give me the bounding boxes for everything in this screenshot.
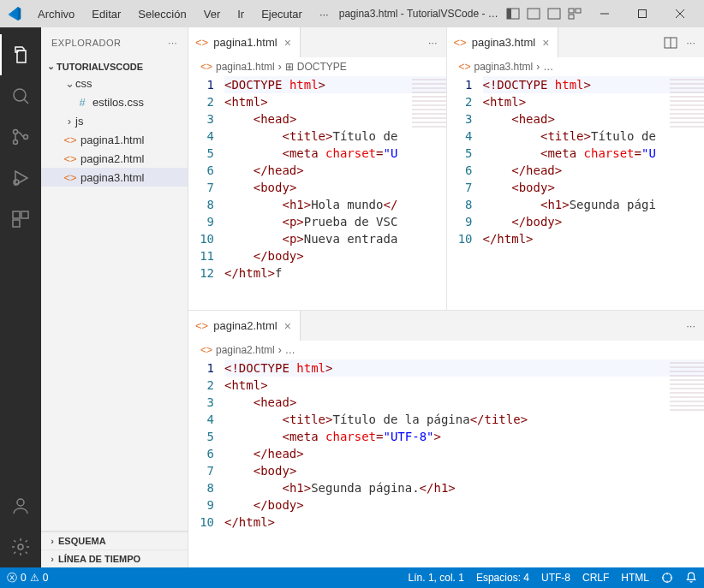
svg-point-17 (24, 135, 28, 140)
status-errors[interactable]: ⓧ0 ⚠0 (7, 571, 48, 585)
sidebar-explorer: EXPLORADOR ··· ⌄ TUTORIALVSCODE ⌄ css # … (41, 27, 188, 567)
svg-point-23 (17, 499, 24, 506)
status-bar: ⓧ0 ⚠0 Lín. 1, col. 1 Espacios: 4 UTF-8 C… (0, 567, 704, 588)
account-icon[interactable] (0, 485, 41, 526)
project-root[interactable]: ⌄ TUTORIALVSCODE (41, 59, 188, 74)
menu-archivo[interactable]: Archivo (31, 4, 81, 24)
editor-group-3: <> pagina2.html × ··· <> pagina2.html › … (188, 311, 704, 567)
chevron-right-icon: › (63, 115, 75, 128)
tab-pagina2[interactable]: <> pagina2.html × (188, 311, 301, 341)
svg-marker-18 (15, 171, 27, 185)
svg-rect-10 (639, 10, 647, 18)
code-editor-3[interactable]: 12345678910 <!DOCTYPE html><html> <head>… (188, 359, 704, 567)
html-file-icon: <> (195, 319, 208, 332)
more-actions-icon[interactable]: ··· (427, 34, 439, 50)
code-editor-2[interactable]: 12345678910 <!DOCTYPE html><html> <head>… (447, 76, 705, 310)
minimap[interactable] (670, 359, 704, 411)
layout-bottom-icon[interactable] (524, 4, 543, 23)
svg-line-14 (24, 99, 28, 104)
html-file-icon: <> (200, 344, 212, 356)
html-file-icon: <> (195, 36, 208, 49)
more-actions-icon[interactable]: ··· (684, 318, 697, 334)
chevron-right-icon: › (46, 536, 58, 546)
layout-right-icon[interactable] (545, 4, 564, 23)
run-debug-icon[interactable] (0, 157, 41, 199)
maximize-button[interactable] (625, 0, 659, 27)
folder-js[interactable]: › js (41, 111, 188, 130)
close-tab-icon[interactable]: × (283, 36, 293, 50)
svg-rect-8 (569, 15, 574, 19)
breadcrumb[interactable]: <> pagina1.html › ⊞ DOCTYPE (188, 57, 446, 76)
explorer-icon[interactable] (0, 34, 41, 75)
html-file-icon: <> (459, 61, 471, 73)
tab-pagina3[interactable]: <> pagina3.html × (447, 27, 559, 57)
svg-point-24 (18, 544, 23, 549)
menu-seleccion[interactable]: Selección (131, 4, 193, 24)
sidebar-more-icon[interactable]: ··· (168, 38, 177, 48)
minimize-button[interactable] (588, 0, 622, 27)
svg-point-16 (14, 140, 18, 145)
html-file-icon: <> (63, 134, 77, 146)
minimap[interactable] (670, 76, 704, 128)
layout-customize-icon[interactable] (565, 4, 584, 23)
menu-ir[interactable]: Ir (230, 4, 251, 24)
status-bell-icon[interactable] (685, 572, 697, 584)
outline-section[interactable]: › ESQUEMA (41, 532, 188, 549)
menu-ejecutar[interactable]: Ejecutar (254, 4, 309, 24)
status-eol[interactable]: CRLF (582, 572, 609, 584)
html-file-icon: <> (200, 61, 212, 73)
code-editor-1[interactable]: 123456789101112 <DOCTYPE html><html> <he… (188, 76, 446, 310)
search-icon[interactable] (0, 75, 41, 116)
breadcrumb[interactable]: <> pagina3.html › … (447, 57, 705, 76)
file-pagina3[interactable]: <> pagina3.html (41, 168, 188, 187)
svg-rect-6 (569, 9, 574, 13)
source-control-icon[interactable] (0, 116, 41, 157)
status-line-col[interactable]: Lín. 1, col. 1 (409, 572, 464, 584)
close-button[interactable] (663, 0, 697, 27)
css-file-icon: # (75, 96, 89, 109)
chevron-down-icon: ⌄ (63, 77, 75, 90)
tab-pagina1[interactable]: <> pagina1.html × (188, 27, 301, 57)
warning-icon: ⚠ (30, 572, 39, 584)
status-language[interactable]: HTML (621, 572, 649, 584)
title-bar: Archivo Editar Selección Ver Ir Ejecutar… (0, 0, 704, 27)
minimap[interactable] (412, 76, 446, 128)
split-editor-icon[interactable] (662, 34, 679, 51)
layout-left-icon[interactable] (504, 4, 522, 23)
status-encoding[interactable]: UTF-8 (541, 572, 570, 584)
svg-point-13 (14, 89, 26, 101)
svg-rect-21 (21, 211, 28, 218)
menu-editar[interactable]: Editar (85, 4, 128, 24)
svg-rect-22 (13, 220, 20, 227)
html-file-icon: <> (63, 171, 77, 184)
file-estilos-css[interactable]: # estilos.css (41, 92, 188, 111)
html-file-icon: <> (454, 36, 467, 49)
menu-ver[interactable]: Ver (197, 4, 228, 24)
breadcrumb[interactable]: <> pagina2.html › … (188, 341, 704, 359)
chevron-right-icon: › (46, 554, 58, 564)
status-spaces[interactable]: Espacios: 4 (476, 572, 529, 584)
html-file-icon: <> (63, 152, 77, 165)
more-actions-icon[interactable]: ··· (684, 34, 697, 51)
file-pagina2[interactable]: <> pagina2.html (41, 149, 188, 168)
close-tab-icon[interactable]: × (540, 36, 551, 50)
activity-bar (0, 27, 41, 567)
extensions-icon[interactable] (0, 199, 41, 240)
status-feedback-icon[interactable] (661, 572, 673, 584)
svg-rect-1 (507, 9, 511, 19)
file-pagina1[interactable]: <> pagina1.html (41, 130, 188, 149)
editor-group-2: <> pagina3.html × ··· <> pagina3.html › … (446, 27, 705, 310)
chevron-down-icon: ⌄ (45, 61, 57, 72)
settings-gear-icon[interactable] (0, 526, 41, 567)
menu-more[interactable]: ··· (313, 4, 336, 24)
timeline-section[interactable]: › LÍNEA DE TIEMPO (41, 549, 188, 567)
editor-group-1: <> pagina1.html × ··· <> pagina1.html › … (188, 27, 446, 310)
window-title: pagina3.html - TutorialVSCode - Visu… (339, 8, 500, 20)
editor-area: <> pagina1.html × ··· <> pagina1.html › … (188, 27, 704, 567)
folder-css[interactable]: ⌄ css (41, 74, 188, 92)
svg-rect-7 (576, 9, 581, 13)
close-tab-icon[interactable]: × (283, 319, 293, 333)
vscode-logo-icon (7, 6, 22, 21)
svg-rect-20 (13, 211, 20, 218)
svg-point-15 (14, 130, 18, 134)
